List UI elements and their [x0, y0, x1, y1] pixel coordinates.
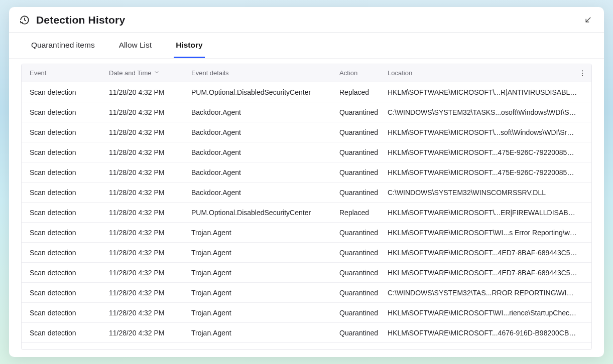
cell-details: Backdoor.Agent: [191, 128, 339, 136]
cell-location: HKLM\SOFTWARE\MICROSOFT...4ED7-8BAF-6894…: [388, 269, 583, 277]
cell-date: 11/28/20 4:32 PM: [109, 289, 191, 297]
table-row[interactable]: Scan detection11/28/20 4:32 PMTrojan.Age…: [22, 223, 591, 243]
cell-event: Scan detection: [30, 168, 109, 176]
cell-details: Backdoor.Agent: [191, 168, 339, 176]
cell-event: Scan detection: [30, 148, 109, 156]
table-row[interactable]: Scan detection11/28/20 4:32 PMTrojan.Age…: [22, 243, 591, 263]
cell-date: 11/28/20 4:32 PM: [109, 108, 191, 116]
cell-action: Quarantined: [339, 249, 388, 257]
cell-date: 11/28/20 4:32 PM: [109, 189, 191, 197]
cell-event: Scan detection: [30, 209, 109, 217]
tab-quarantined-items[interactable]: Quarantined items: [29, 33, 97, 58]
table-row[interactable]: Scan detection11/28/20 4:32 PMTrojan.Age…: [22, 283, 591, 303]
col-header-action[interactable]: Action: [339, 69, 388, 77]
cell-location: C:\WINDOWS\SYSTEM32\TASKS...osoft\Window…: [388, 108, 583, 116]
table-row[interactable]: Scan detection11/28/20 4:32 PMBackdoor.A…: [22, 122, 591, 142]
cell-event: Scan detection: [30, 269, 109, 277]
cell-details: PUM.Optional.DisabledSecurityCenter: [191, 209, 339, 217]
cell-event: Scan detection: [30, 229, 109, 237]
cell-action: Quarantined: [339, 289, 388, 297]
cell-details: Backdoor.Agent: [191, 108, 339, 116]
cell-details: Backdoor.Agent: [191, 189, 339, 197]
table-row[interactable]: Scan detection11/28/20 4:32 PMTrojan.Age…: [22, 263, 591, 283]
clock-history-icon: [19, 15, 30, 26]
panel-header: Detection History: [9, 7, 604, 33]
history-table: Event Date and Time Event details Action…: [21, 64, 592, 350]
cell-location: C:\WINDOWS\SYSTEM32\TAS...RROR REPORTING…: [388, 289, 583, 297]
cell-details: Trojan.Agent: [191, 289, 339, 297]
col-header-date[interactable]: Date and Time: [109, 69, 191, 77]
cell-action: Quarantined: [339, 168, 388, 176]
cell-location: HKLM\SOFTWARE\MICROSOFT\WI...s Error Rep…: [388, 229, 583, 237]
cell-date: 11/28/20 4:32 PM: [109, 168, 191, 176]
detection-history-panel: Detection History Quarantined itemsAllow…: [9, 7, 604, 357]
tabs: Quarantined itemsAllow ListHistory: [9, 33, 604, 59]
cell-action: Quarantined: [339, 189, 388, 197]
table-body[interactable]: Scan detection11/28/20 4:32 PMPUM.Option…: [22, 82, 591, 349]
col-header-location[interactable]: Location: [388, 69, 583, 77]
svg-point-2: [582, 72, 583, 73]
cell-location: C:\WINDOWS\SYSTEM32\WINSCOMRSSRV.DLL: [388, 189, 583, 197]
cell-details: Backdoor.Agent: [191, 148, 339, 156]
cell-action: Quarantined: [339, 108, 388, 116]
svg-line-0: [586, 18, 590, 22]
cell-details: Trojan.Agent: [191, 229, 339, 237]
cell-action: Quarantined: [339, 229, 388, 237]
cell-location: HKLM\SOFTWARE\MICROSOFT...4676-916D-B982…: [388, 329, 583, 337]
page-title: Detection History: [36, 14, 125, 26]
cell-location: HKLM\SOFTWARE\MICROSOFT...4ED7-8BAF-6894…: [388, 249, 583, 257]
table-row[interactable]: Scan detection11/28/20 4:32 PMPUM.Option…: [22, 82, 591, 102]
table-row[interactable]: Scan detection11/28/20 4:32 PMBackdoor.A…: [22, 183, 591, 203]
table-row[interactable]: Scan detection11/28/20 4:32 PMPUM.Option…: [22, 203, 591, 223]
cell-location: HKLM\SOFTWARE\MICROSOFT\WI...rience\Star…: [388, 309, 583, 317]
cell-details: Trojan.Agent: [191, 249, 339, 257]
cell-action: Replaced: [339, 88, 388, 96]
table-row[interactable]: Scan detection11/28/20 4:32 PMBackdoor.A…: [22, 142, 591, 162]
cell-event: Scan detection: [30, 189, 109, 197]
cell-details: PUM.Optional.DisabledSecurityCenter: [191, 88, 339, 96]
cell-event: Scan detection: [30, 329, 109, 337]
cell-event: Scan detection: [30, 289, 109, 297]
cell-date: 11/28/20 4:32 PM: [109, 209, 191, 217]
cell-event: Scan detection: [30, 128, 109, 136]
cell-date: 11/28/20 4:32 PM: [109, 128, 191, 136]
tab-history[interactable]: History: [174, 33, 204, 58]
cell-event: Scan detection: [30, 249, 109, 257]
cell-event: Scan detection: [30, 88, 109, 96]
svg-point-3: [582, 75, 583, 76]
col-header-event[interactable]: Event: [30, 69, 109, 77]
cell-action: Quarantined: [339, 329, 388, 337]
cell-location: HKLM\SOFTWARE\MICROSOFT\...R|ANTIVIRUSDI…: [388, 88, 583, 96]
table-row[interactable]: Scan detection11/28/20 4:32 PMBackdoor.A…: [22, 162, 591, 183]
more-options-icon[interactable]: [577, 68, 587, 78]
cell-date: 11/28/20 4:32 PM: [109, 229, 191, 237]
table-row[interactable]: Scan detection11/28/20 4:32 PMTrojan.Age…: [22, 303, 591, 323]
table-row[interactable]: Scan detection11/28/20 4:32 PMBackdoor.A…: [22, 102, 591, 122]
cell-details: Trojan.Agent: [191, 269, 339, 277]
cell-date: 11/28/20 4:32 PM: [109, 309, 191, 317]
cell-location: HKLM\SOFTWARE\MICROSOFT...475E-926C-7922…: [388, 148, 583, 156]
table-row[interactable]: Scan detection11/28/20 4:32 PMTrojan.Age…: [22, 323, 591, 343]
cell-date: 11/28/20 4:32 PM: [109, 249, 191, 257]
cell-location: HKLM\SOFTWARE\MICROSOFT\...soft\Windows\…: [388, 128, 583, 136]
table-wrap: Event Date and Time Event details Action…: [9, 59, 604, 357]
table-header: Event Date and Time Event details Action…: [22, 64, 591, 82]
chevron-down-icon: [154, 69, 160, 77]
cell-action: Quarantined: [339, 128, 388, 136]
cell-location: HKLM\SOFTWARE\MICROSOFT\...ER|FIREWALLDI…: [388, 209, 583, 217]
cell-event: Scan detection: [30, 309, 109, 317]
svg-point-1: [582, 70, 583, 71]
cell-details: Trojan.Agent: [191, 309, 339, 317]
cell-date: 11/28/20 4:32 PM: [109, 269, 191, 277]
cell-details: Trojan.Agent: [191, 329, 339, 337]
cell-action: Quarantined: [339, 309, 388, 317]
cell-date: 11/28/20 4:32 PM: [109, 88, 191, 96]
cell-date: 11/28/20 4:32 PM: [109, 148, 191, 156]
col-header-date-label: Date and Time: [109, 69, 152, 77]
cell-action: Quarantined: [339, 148, 388, 156]
col-header-details[interactable]: Event details: [191, 69, 339, 77]
tab-allow-list[interactable]: Allow List: [117, 33, 154, 58]
cell-action: Quarantined: [339, 269, 388, 277]
cell-action: Replaced: [339, 209, 388, 217]
collapse-icon[interactable]: [582, 14, 594, 26]
